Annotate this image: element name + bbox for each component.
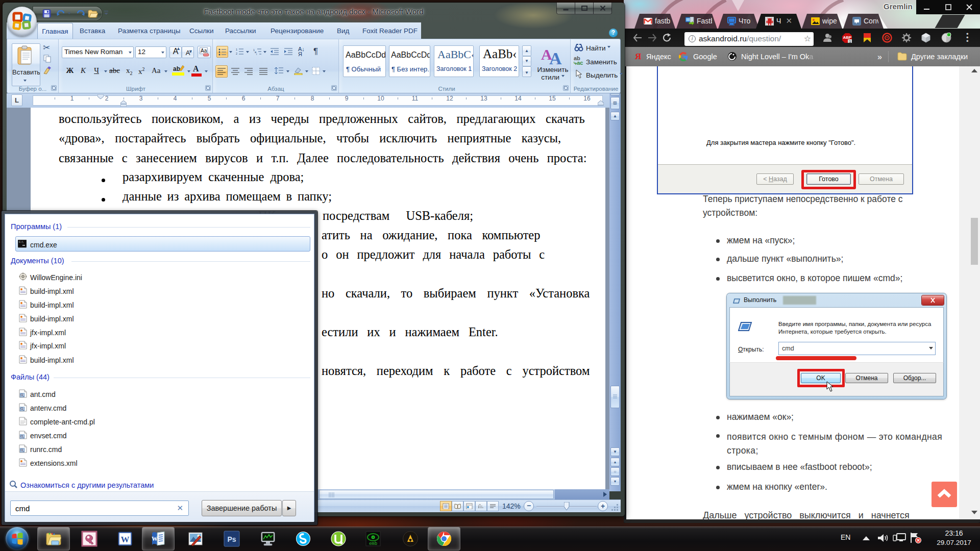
svg-text:1: 1 (236, 48, 237, 51)
svg-text:i: i (256, 53, 257, 55)
svg-text:2: 2 (236, 52, 237, 55)
svg-text:1: 1 (849, 39, 851, 43)
svg-text:Ps: Ps (227, 535, 236, 543)
svg-text:W: W (121, 535, 130, 544)
svg-text:C:\: C:\ (19, 240, 23, 243)
svg-text:emb: emb (369, 541, 377, 546)
svg-text:W: W (152, 535, 158, 542)
